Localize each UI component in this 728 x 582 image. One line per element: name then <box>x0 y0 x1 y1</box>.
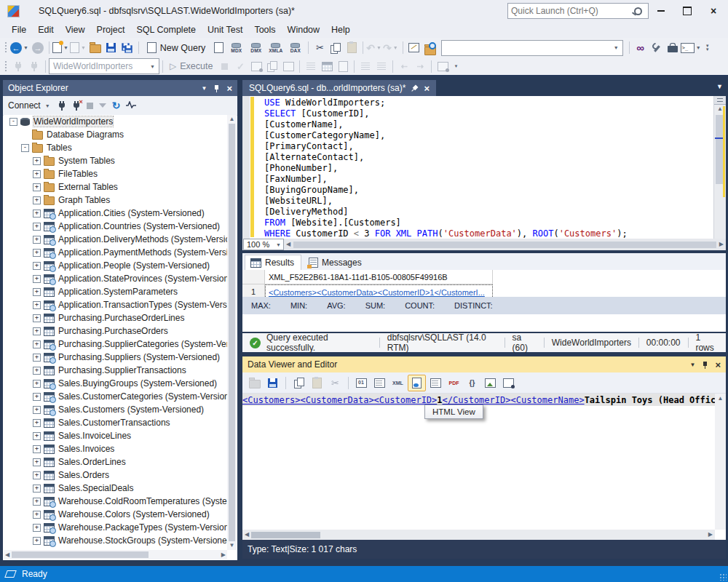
expand-icon[interactable]: + <box>33 262 41 270</box>
tree-item[interactable]: +Warehouse.PackageTypes (System-Versione… <box>4 521 227 534</box>
image-view-button[interactable] <box>482 375 499 391</box>
tree-item[interactable]: +System Tables <box>4 154 227 167</box>
expand-icon[interactable]: + <box>33 340 41 348</box>
scroll-left-icon[interactable]: ◀ <box>286 242 290 247</box>
undo-button[interactable]: ↶▼ <box>366 40 383 56</box>
expand-icon[interactable]: + <box>33 406 41 414</box>
menu-item-view[interactable]: View <box>60 23 91 37</box>
toolbar-grip[interactable] <box>4 60 7 73</box>
tree-item[interactable]: +Application.PaymentMethods (System-Vers… <box>4 246 227 259</box>
tree-item[interactable]: +Sales.Invoices <box>4 442 227 455</box>
scroll-left-icon[interactable]: ◀ <box>5 552 9 558</box>
expand-icon[interactable]: + <box>33 223 41 231</box>
tree-item[interactable]: +Sales.CustomerTransactions <box>4 416 227 429</box>
query-options-button[interactable] <box>406 40 422 56</box>
new-mdx-query-button[interactable]: MDX <box>226 41 246 55</box>
toolbar-overflow-button[interactable]: ▼ <box>451 65 461 68</box>
tree-item[interactable]: +Purchasing.SupplierTransactions <box>4 364 227 377</box>
results-to-text-button[interactable] <box>303 58 319 74</box>
close-icon[interactable]: × <box>715 360 721 370</box>
tree-item[interactable]: +Sales.CustomerCategories (System-Versio… <box>4 390 227 403</box>
results-to-file-button[interactable] <box>335 58 351 74</box>
template-parameters-button[interactable] <box>435 58 451 74</box>
close-icon[interactable]: × <box>226 84 232 93</box>
code-lines[interactable]: USE WideWorldImporters;SELECT [CustomerI… <box>254 97 713 239</box>
tab-messages[interactable]: Messages <box>304 255 368 270</box>
expand-icon[interactable]: + <box>33 196 41 204</box>
tree-item[interactable]: +Purchasing.SupplierCategories (System-V… <box>4 338 227 351</box>
expand-icon[interactable]: + <box>33 445 41 453</box>
tree-item[interactable]: +FileTables <box>4 167 227 180</box>
redo-button[interactable]: ↷▼ <box>383 40 400 56</box>
change-connection-button[interactable] <box>26 58 42 74</box>
scroll-left-icon[interactable]: ◀ <box>245 532 249 538</box>
expand-icon[interactable]: + <box>33 327 41 335</box>
tree-item[interactable]: +Application.TransactionTypes (System-Ve… <box>4 298 227 311</box>
toolbox-button[interactable] <box>665 40 681 56</box>
execute-button[interactable]: ▷ Execute <box>166 58 216 74</box>
expand-icon[interactable]: + <box>33 288 41 296</box>
cut-button[interactable]: ✂ <box>327 375 344 391</box>
data-viewer-hscrollbar[interactable]: ◀ ▶ <box>242 530 715 540</box>
editor-hscrollbar[interactable]: ◀ ▶ <box>284 239 726 250</box>
new-database-query-button[interactable] <box>210 40 226 56</box>
scrollbar-thumb[interactable] <box>293 242 716 248</box>
open-value-button[interactable] <box>246 375 263 391</box>
object-explorer-vscrollbar[interactable]: ▲ ▼ <box>227 115 237 550</box>
paste-button[interactable] <box>344 40 360 56</box>
new-file-button[interactable]: ▼ <box>52 40 70 56</box>
tree-item[interactable]: +Purchasing.Suppliers (System-Versioned) <box>4 351 227 364</box>
scroll-right-icon[interactable]: ▶ <box>221 552 226 558</box>
connect-button[interactable] <box>10 58 26 74</box>
menu-item-project[interactable]: Project <box>91 23 131 37</box>
navigate-back-button[interactable]: ←▼ <box>10 40 30 56</box>
menu-item-unit-test[interactable]: Unit Test <box>202 23 248 37</box>
expand-icon[interactable]: + <box>33 354 41 362</box>
new-dmx-query-button[interactable]: DMX <box>246 41 266 55</box>
menu-item-tools[interactable]: Tools <box>248 23 281 37</box>
tree-item[interactable]: +Sales.OrderLines <box>4 455 227 469</box>
tree-item[interactable]: +Application.StateProvinces (System-Vers… <box>4 272 227 285</box>
vs-button[interactable]: ∞ <box>633 40 649 56</box>
expand-icon[interactable]: + <box>33 236 41 244</box>
tree-item[interactable]: +Sales.Customers (System-Versioned) <box>4 403 227 416</box>
pin-icon[interactable] <box>213 84 220 92</box>
tree-item[interactable]: +Application.DeliveryMethods (System-Ver… <box>4 233 227 246</box>
tree-item[interactable]: +Sales.Orders <box>4 469 227 482</box>
save-all-button[interactable] <box>119 40 135 56</box>
expand-icon[interactable]: + <box>33 471 41 479</box>
resize-grip[interactable] <box>719 573 727 581</box>
toolbar-grip[interactable] <box>4 41 7 54</box>
new-query-button[interactable]: New Query <box>142 40 211 56</box>
expand-icon[interactable]: + <box>33 393 41 401</box>
tree-item[interactable]: +Warehouse.ColdRoomTemperatures (System-… <box>4 495 227 508</box>
connect-plug-icon[interactable] <box>58 101 66 111</box>
grid-corner-cell[interactable] <box>242 270 265 284</box>
command-window-button[interactable]: >_▼ <box>681 40 703 56</box>
comment-button[interactable] <box>357 58 373 74</box>
find-combo[interactable]: ▼ <box>441 40 623 56</box>
results-to-grid-button[interactable] <box>319 58 335 74</box>
expand-icon[interactable]: + <box>33 367 41 375</box>
expand-icon[interactable]: + <box>33 275 41 283</box>
expand-icon[interactable]: + <box>33 301 41 309</box>
actual-plan-button[interactable] <box>280 58 296 74</box>
activity-monitor-icon[interactable] <box>126 100 136 111</box>
tree-item[interactable]: +Application.Cities (System-Versioned) <box>4 207 227 220</box>
xml-result-link[interactable]: <Customers><CustomerData><CustomerID>1</… <box>269 288 485 297</box>
tree-item[interactable]: +Application.People (System-Versioned) <box>4 259 227 272</box>
expand-icon[interactable]: + <box>33 419 41 427</box>
cut-button[interactable]: ✂ <box>312 40 328 56</box>
tree-item[interactable]: Database Diagrams <box>4 128 227 141</box>
decrease-indent-button[interactable]: ⇠ <box>396 58 412 74</box>
tree-item[interactable]: +Purchasing.PurchaseOrders <box>4 324 227 338</box>
tree-item[interactable]: +Sales.BuyingGroups (System-Versioned) <box>4 377 227 390</box>
open-file-button[interactable] <box>87 40 103 56</box>
intellisense-button[interactable] <box>264 58 280 74</box>
pdf-view-button[interactable]: PDF <box>446 375 462 391</box>
expand-icon[interactable]: + <box>33 157 41 165</box>
tree-item[interactable]: +Graph Tables <box>4 194 227 207</box>
rich-text-view-button[interactable] <box>427 375 444 391</box>
quick-launch-input[interactable] <box>508 6 634 16</box>
tree-item[interactable]: +Application.Countries (System-Versioned… <box>4 220 227 233</box>
